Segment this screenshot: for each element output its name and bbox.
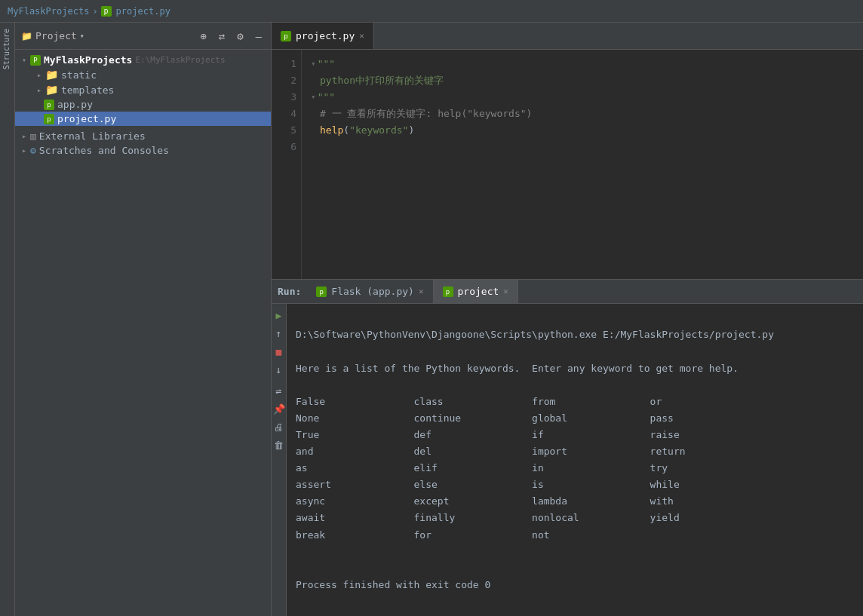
editor-tabs: p project.py ✕ xyxy=(272,23,863,50)
code-line-5: help("keywords") xyxy=(311,122,854,139)
main-layout: Structure 📁 Project ▾ ⊕ ⇄ ⚙ — ▾ P MyFlas… xyxy=(0,23,863,616)
code-token-5a: help xyxy=(320,123,343,139)
run-trash-button[interactable]: 🗑 xyxy=(272,438,286,452)
gear-icon[interactable]: ⚙ xyxy=(234,29,246,44)
run-wrap-button[interactable]: ⇌ xyxy=(272,384,286,397)
run-content-area: ▶ ↑ ■ ↓ ⇌ 📌 🖨 🗑 D:\Software\PythonVenv\D… xyxy=(272,304,863,616)
project-root-icon: P xyxy=(30,55,41,66)
minimize-icon[interactable]: — xyxy=(253,29,265,44)
run-tab-flask-close[interactable]: ✕ xyxy=(419,287,424,296)
tree-label-external: External Libraries xyxy=(39,130,146,142)
code-token-5c: "keywords" xyxy=(349,123,408,139)
code-token-5d: ) xyxy=(408,123,414,139)
output-path-line: D:\Software\PythonVenv\Djangoone\Scripts… xyxy=(296,329,774,340)
fold-indicator-1[interactable] xyxy=(311,57,316,71)
run-tabs: Run: p Flask (app.py) ✕ p project ✕ xyxy=(272,280,863,304)
tree-item-external[interactable]: ▸ ▥ External Libraries xyxy=(15,129,271,143)
left-sidebar: Structure xyxy=(0,23,15,616)
run-label: Run: xyxy=(278,286,307,297)
tree-item-myflask[interactable]: ▾ P MyFlaskProjects E:\MyFlaskProjects xyxy=(15,53,271,67)
scroll-icon[interactable]: ⇄ xyxy=(216,29,228,44)
tab-icon-projectpy: p xyxy=(281,31,291,41)
tab-label-projectpy: project.py xyxy=(296,30,355,41)
py-icon-apppy: p xyxy=(44,100,54,110)
code-token-1: """ xyxy=(318,57,335,72)
tab-close-projectpy[interactable]: ✕ xyxy=(359,31,364,41)
code-token-4: # 一 查看所有的关键字: help("keywords") xyxy=(320,106,532,122)
output-exit: Process finished with exit code 0 xyxy=(296,579,490,590)
run-tab-flask-label: Flask (app.py) xyxy=(331,286,414,297)
tree-arrow-static: ▸ xyxy=(33,71,45,79)
tree-path-myflask: E:\MyFlaskProjects xyxy=(135,55,225,65)
py-icon-projectpy: p xyxy=(44,114,54,124)
run-stop-button[interactable]: ■ xyxy=(272,345,286,358)
tree-arrow-scratches: ▸ xyxy=(18,146,30,155)
dropdown-icon[interactable]: ▾ xyxy=(80,32,84,40)
tree-item-templates[interactable]: ▸ 📁 templates xyxy=(15,82,271,97)
code-token-3: """ xyxy=(318,90,335,106)
run-tab-project-close[interactable]: ✕ xyxy=(503,287,508,296)
tree-item-static[interactable]: ▸ 📁 static xyxy=(15,67,271,82)
title-bar: MyFlaskProjects › p project.py xyxy=(0,0,863,23)
editor-area: 1 2 3 4 5 6 """ python中打印所有 xyxy=(272,50,863,279)
code-line-3: ▾ """ xyxy=(311,89,854,106)
tree-item-scratches[interactable]: ▸ ⚙ Scratches and Consoles xyxy=(15,143,271,158)
tree-label-apppy: app.py xyxy=(57,99,93,110)
editor-and-bottom: 1 2 3 4 5 6 """ python中打印所有 xyxy=(272,50,863,616)
scratches-icon: ⚙ xyxy=(30,145,36,156)
breadcrumb-project[interactable]: MyFlaskProjects xyxy=(8,6,89,17)
external-icon: ▥ xyxy=(30,130,36,142)
line-num-6: 6 xyxy=(272,139,296,155)
run-down-button[interactable]: ↓ xyxy=(272,363,286,376)
run-play-button[interactable]: ▶ xyxy=(272,308,286,322)
run-tab-project-icon: p xyxy=(443,287,453,297)
line-num-4: 4 xyxy=(272,106,296,122)
code-token-5b: ( xyxy=(343,123,349,139)
tree-item-projectpy[interactable]: p project.py xyxy=(15,112,271,126)
code-content[interactable]: """ python中打印所有的关键字 ▾ """ # xyxy=(302,50,863,279)
line-num-1: 1 xyxy=(272,56,296,72)
run-pin-button[interactable]: 📌 xyxy=(272,402,286,415)
tree-label-static: static xyxy=(61,69,97,81)
folder-open-icon: 📁 xyxy=(21,31,32,41)
bottom-panel: Run: p Flask (app.py) ✕ p project ✕ xyxy=(272,279,863,616)
project-panel-title: 📁 Project ▾ xyxy=(21,30,191,41)
editor-tab-projectpy[interactable]: p project.py ✕ xyxy=(272,23,374,49)
tree-item-apppy[interactable]: p app.py xyxy=(15,97,271,112)
project-toolbar: 📁 Project ▾ ⊕ ⇄ ⚙ — xyxy=(15,23,271,50)
tree-arrow-external: ▸ xyxy=(18,132,30,140)
run-toolbar: ▶ ↑ ■ ↓ ⇌ 📌 🖨 🗑 xyxy=(272,304,287,616)
code-line-6 xyxy=(311,139,854,155)
line-num-3: 3 xyxy=(272,89,296,106)
output-intro: Here is a list of the Python keywords. E… xyxy=(296,363,739,374)
output-keywords: False class from or None continue global… xyxy=(296,396,686,541)
tree-label-projectpy: project.py xyxy=(57,113,116,124)
run-tab-flask[interactable]: p Flask (app.py) ✕ xyxy=(307,280,433,303)
breadcrumb-file: project.py xyxy=(116,6,170,17)
breadcrumb: MyFlaskProjects › p project.py xyxy=(8,6,170,17)
tree-arrow-myflask: ▾ xyxy=(18,56,30,64)
run-print-button[interactable]: 🖨 xyxy=(272,420,286,434)
folder-icon-static: 📁 xyxy=(45,69,58,81)
right-area: p project.py ✕ 1 2 3 4 5 6 xyxy=(272,23,863,616)
run-tab-project-label: project xyxy=(458,286,499,297)
code-token-2: python中打印所有的关键字 xyxy=(320,73,444,89)
sidebar-tab-structure[interactable]: Structure xyxy=(0,23,14,75)
project-panel: 📁 Project ▾ ⊕ ⇄ ⚙ — ▾ P MyFlaskProjects … xyxy=(15,23,272,616)
tree-label-myflask: MyFlaskProjects xyxy=(44,54,132,66)
run-up-button[interactable]: ↑ xyxy=(272,326,286,340)
code-line-2: python中打印所有的关键字 xyxy=(311,72,854,89)
file-icon: p xyxy=(101,6,112,17)
tree-label-scratches: Scratches and Consoles xyxy=(39,145,169,156)
run-output: D:\Software\PythonVenv\Djangoone\Scripts… xyxy=(287,304,863,616)
run-tab-flask-icon: p xyxy=(316,287,327,297)
folder-icon-templates: 📁 xyxy=(45,84,58,96)
line-num-2: 2 xyxy=(272,72,296,89)
code-line-4: # 一 查看所有的关键字: help("keywords") xyxy=(311,106,854,122)
line-numbers: 1 2 3 4 5 6 xyxy=(272,50,302,279)
run-tab-project[interactable]: p project ✕ xyxy=(434,280,518,303)
project-tree: ▾ P MyFlaskProjects E:\MyFlaskProjects ▸… xyxy=(15,50,271,616)
tree-label-templates: templates xyxy=(61,84,114,96)
add-icon[interactable]: ⊕ xyxy=(197,29,209,44)
code-line-1: """ xyxy=(311,56,854,72)
